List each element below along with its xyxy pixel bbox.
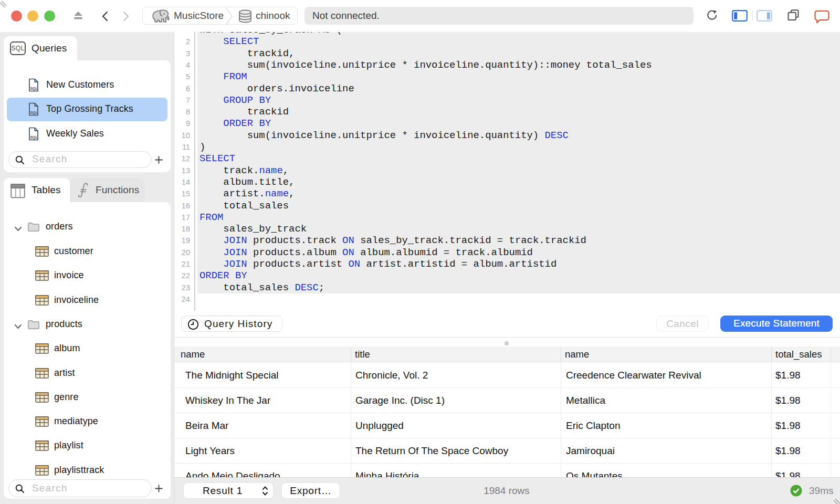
svg-text:SQL: SQL xyxy=(30,111,38,115)
svg-text:SQL: SQL xyxy=(30,86,38,90)
svg-text:SQL: SQL xyxy=(30,135,38,139)
